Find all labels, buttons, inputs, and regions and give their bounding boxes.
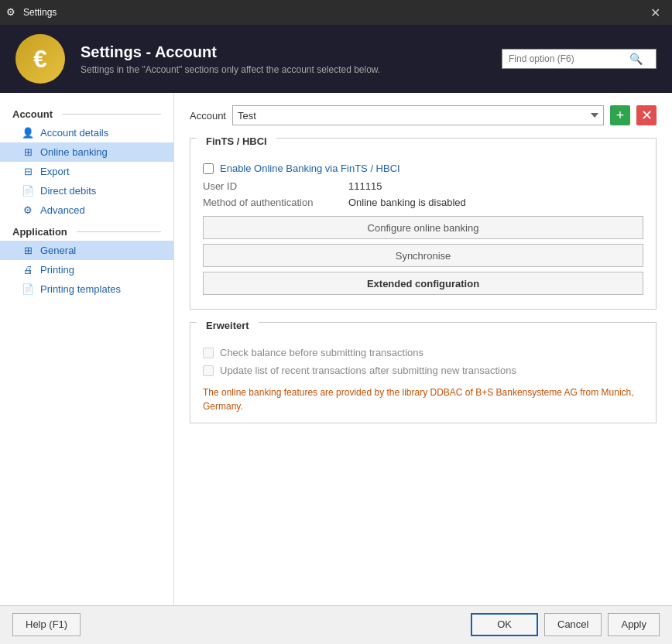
export-icon: ⊟ [22, 166, 34, 177]
user-id-value: 111115 [348, 180, 382, 192]
sidebar-item-printing[interactable]: 🖨 Printing [0, 260, 173, 279]
sidebar-label-account-details: Account details [40, 127, 108, 139]
gear-icon: ⚙ [22, 204, 34, 216]
header: € Settings - Account Settings in the "Ac… [0, 25, 672, 93]
header-text: Settings - Account Settings in the "Acco… [81, 43, 486, 75]
header-subtitle: Settings in the "Account" sections only … [81, 64, 486, 75]
auth-method-label: Method of authentication [203, 197, 342, 208]
sidebar-item-export[interactable]: ⊟ Export [0, 162, 173, 181]
apply-button[interactable]: Apply [608, 613, 660, 636]
configure-online-banking-button[interactable]: Configure online banking [203, 216, 643, 239]
update-list-label: Update list of recent transactions after… [220, 365, 516, 376]
enable-fints-label: Enable Online Banking via FinTS / HBCI [220, 163, 400, 174]
title-bar-text: Settings [23, 7, 644, 18]
general-icon: ⊞ [22, 245, 34, 256]
erweitert-section-content: Check balance before submitting transact… [190, 344, 656, 423]
sidebar-label-printing-templates: Printing templates [40, 283, 121, 295]
ok-button[interactable]: OK [471, 613, 538, 636]
sidebar-section-application: Application [0, 220, 173, 241]
sidebar-label-online-banking: Online banking [40, 146, 108, 158]
title-bar: ⚙ Settings ✕ [0, 0, 672, 25]
add-account-button[interactable]: + [610, 105, 630, 125]
sidebar-item-general[interactable]: ⊞ General [0, 241, 173, 260]
user-id-row: User ID 111115 [203, 180, 643, 192]
search-icon: 🔍 [629, 53, 643, 65]
sidebar-item-account-details[interactable]: 👤 Account details [0, 123, 173, 142]
check-balance-label: Check balance before submitting transact… [220, 347, 423, 358]
sidebar-item-advanced[interactable]: ⚙ Advanced [0, 200, 173, 220]
auth-method-row: Method of authentication Online banking … [203, 197, 643, 208]
sidebar: Account 👤 Account details ⊞ Online banki… [0, 93, 174, 605]
sidebar-label-direct-debits: Direct debits [40, 185, 96, 197]
sidebar-label-advanced: Advanced [40, 204, 85, 216]
account-row: Account Test + ✕ [190, 105, 657, 125]
sidebar-item-online-banking[interactable]: ⊞ Online banking [0, 142, 173, 162]
account-select[interactable]: Test [232, 105, 604, 125]
enable-fints-row: Enable Online Banking via FinTS / HBCI [203, 163, 643, 174]
update-list-checkbox[interactable] [203, 365, 214, 376]
sidebar-section-account: Account [0, 102, 173, 123]
synchronise-button[interactable]: Synchronise [203, 244, 643, 267]
footer-right: OK Cancel Apply [471, 613, 660, 636]
enable-fints-checkbox[interactable] [203, 163, 214, 174]
check-balance-row: Check balance before submitting transact… [203, 347, 643, 358]
remove-account-button[interactable]: ✕ [636, 105, 657, 125]
footer: Help (F1) OK Cancel Apply [0, 605, 672, 642]
update-list-row: Update list of recent transactions after… [203, 365, 643, 376]
template-icon: 📄 [22, 283, 34, 295]
content-area: Account Test + ✕ FinTS / HBCI Enable Onl… [174, 93, 672, 605]
help-button[interactable]: Help (F1) [12, 613, 81, 636]
fints-section-title: FinTS / HBCI [197, 131, 276, 152]
person-icon: 👤 [22, 127, 34, 139]
search-box[interactable]: 🔍 [502, 49, 657, 69]
auth-method-value: Online banking is disabled [348, 197, 466, 208]
sidebar-item-direct-debits[interactable]: 📄 Direct debits [0, 181, 173, 200]
cancel-button[interactable]: Cancel [544, 613, 602, 636]
sidebar-label-printing: Printing [40, 264, 74, 276]
app-icon: ⚙ [6, 6, 19, 19]
erweitert-section: Erweitert Check balance before submittin… [190, 322, 657, 423]
extended-configuration-button[interactable]: Extended configuration [203, 272, 643, 295]
app-logo: € [15, 34, 65, 84]
user-id-label: User ID [203, 180, 342, 192]
sidebar-item-printing-templates[interactable]: 📄 Printing templates [0, 279, 173, 299]
fints-section-content: Enable Online Banking via FinTS / HBCI U… [190, 159, 656, 309]
sidebar-label-export: Export [40, 166, 70, 177]
info-text: The online banking features are provided… [203, 385, 643, 413]
close-button[interactable]: ✕ [644, 2, 666, 23]
printer-icon: 🖨 [22, 264, 34, 276]
account-label: Account [190, 110, 226, 122]
erweitert-section-title: Erweitert [197, 315, 259, 336]
sidebar-label-general: General [40, 245, 76, 256]
header-title: Settings - Account [81, 43, 486, 61]
doc-icon: 📄 [22, 185, 34, 197]
grid-icon: ⊞ [22, 146, 34, 158]
search-input[interactable] [509, 53, 625, 64]
footer-left: Help (F1) [12, 613, 81, 636]
fints-section: FinTS / HBCI Enable Online Banking via F… [190, 138, 657, 310]
check-balance-checkbox[interactable] [203, 348, 214, 358]
buttons-area: Configure online banking Synchronise Ext… [203, 216, 643, 300]
main-area: Account 👤 Account details ⊞ Online banki… [0, 93, 672, 605]
